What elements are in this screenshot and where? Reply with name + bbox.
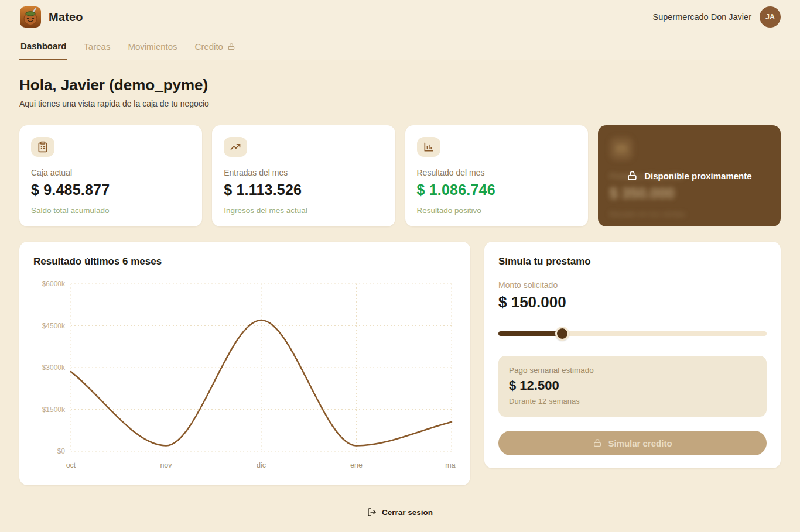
svg-text:dic: dic [257,461,266,469]
coming-soon-label: Disponible proximamente [644,171,751,181]
stat-value: $ 1.113.526 [224,181,383,198]
app-title: Mateo [49,11,83,24]
svg-text:$3000k: $3000k [42,363,66,372]
loan-simulator-card: Simula tu prestamo Monto solicitado $ 15… [484,242,781,468]
lock-icon [627,170,638,181]
locked-stat-card: Prestamo disponible $ 350.000 Basado en … [598,125,781,226]
stats-row: Caja actual $ 9.485.877 Saldo total acum… [19,125,781,226]
lock-icon [593,438,602,448]
chart-title: Resultado últimos 6 meses [33,256,456,267]
tab-credito[interactable]: Credito [194,36,237,60]
stat-label: Entradas del mes [224,168,383,177]
page-subtitle: Aqui tienes una vista rapida de la caja … [19,99,781,108]
payment-value: $ 12.500 [509,378,756,393]
lock-icon [227,43,235,51]
tab-label: Dashboard [20,41,66,51]
svg-text:$4500k: $4500k [42,322,66,330]
simulator-title: Simula tu prestamo [498,256,767,267]
amount-value: $ 150.000 [498,293,767,311]
stat-card-caja: Caja actual $ 9.485.877 Saldo total acum… [19,125,202,226]
bar-chart-icon [417,137,440,157]
simulate-credit-button[interactable]: Simular credito [498,431,767,455]
svg-text:oct: oct [66,461,76,469]
amount-label: Monto solicitado [498,280,767,290]
amount-slider[interactable] [498,327,767,341]
line-chart: $6000k$4500k$3000k$1500k$0octnovdicenema… [33,276,456,475]
stat-label: Caja actual [31,168,190,177]
svg-text:$1500k: $1500k [42,406,66,414]
stat-value: $ 9.485.877 [31,181,190,198]
tab-dashboard[interactable]: Dashboard [19,36,67,60]
payment-label: Pago semanal estimado [509,366,756,375]
brand: Mateo [19,6,83,28]
stat-card-resultado: Resultado del mes $ 1.086.746 Resultado … [405,125,588,226]
svg-text:$0: $0 [57,447,66,455]
stat-value: $ 1.086.746 [417,181,576,198]
weekly-payment-box: Pago semanal estimado $ 12.500 Durante 1… [498,356,767,417]
svg-text:nov: nov [160,461,172,469]
svg-text:$6000k: $6000k [42,280,66,288]
account-name: Supermercado Don Javier [653,12,751,22]
slider-thumb[interactable] [555,327,569,341]
slider-fill [498,331,562,336]
tab-tareas[interactable]: Tareas [83,36,111,60]
tab-label: Tareas [84,42,110,52]
logout-icon [367,507,377,517]
results-chart-card: Resultado últimos 6 meses $6000k$4500k$3… [19,242,470,485]
tab-movimientos[interactable]: Movimientos [127,36,178,60]
trending-up-icon [224,137,247,157]
stat-note: Saldo total acumulado [31,206,190,215]
payment-note: Durante 12 semanas [509,397,756,406]
logout-button[interactable]: Cerrar sesion [367,507,433,517]
clipboard-icon [31,137,54,157]
svg-text:mar: mar [445,461,456,469]
tab-label: Credito [195,42,223,52]
stat-note: Ingresos del mes actual [224,206,383,215]
coming-soon-overlay: Disponible proximamente [598,125,781,226]
svg-text:ene: ene [350,461,363,469]
tab-label: Movimientos [128,42,177,52]
main-nav: Dashboard Tareas Movimientos Credito [19,36,781,60]
logout-label: Cerrar sesion [382,508,433,517]
avatar[interactable]: JA [760,6,781,28]
stat-card-entradas: Entradas del mes $ 1.113.526 Ingresos de… [212,125,395,226]
app-header: Mateo Supermercado Don Javier JA Dashboa… [0,0,800,60]
stat-label: Resultado del mes [417,168,576,177]
stat-note: Resultado positivo [417,206,576,215]
simulate-credit-label: Simular credito [608,438,672,448]
mate-gourd-icon [19,6,42,28]
page-title: Hola, Javier (demo_pyme) [19,76,781,94]
